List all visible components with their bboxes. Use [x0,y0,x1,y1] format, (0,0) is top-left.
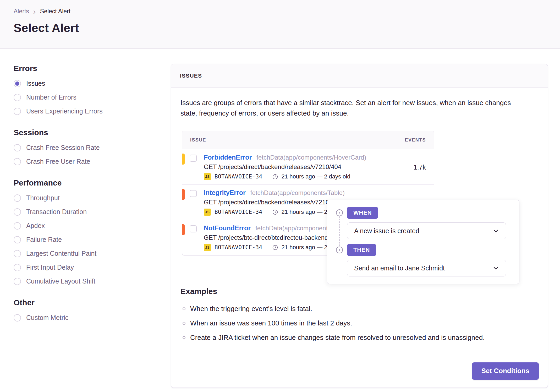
group-title-other: Other [14,298,171,307]
clock-icon [272,174,278,179]
panel-header-issues: ISSUES [171,64,548,88]
radio-label: First Input Delay [26,264,74,271]
radio-label: Cumulative Layout Shift [26,277,95,285]
issue-checkbox[interactable] [190,190,197,197]
group-title-errors: Errors [14,64,171,73]
column-header-events: EVENTS [405,137,426,143]
issue-project-slug: BOTANAVOICE-34 [215,173,262,180]
radio-icon [14,264,21,271]
issue-project-slug: BOTANAVOICE-34 [215,209,262,215]
example-item: Create a JIRA ticket when an issue chang… [183,334,538,342]
radio-label: Largest Contentful Paint [26,250,96,257]
issue-culprit: fetchData(app/components/HoverCard) [256,154,366,161]
example-text: When the triggering event's level is fat… [190,305,312,313]
issue-level-bar [182,224,185,235]
issues-table-header: ISSUE EVENTS [182,131,434,149]
bullet-icon [183,336,185,339]
radio-label: Issues [26,80,45,87]
radio-icon [14,144,21,151]
example-item: When an issue was seen 100 times in the … [183,319,538,327]
breadcrumb-alerts-link[interactable]: Alerts [14,8,29,15]
group-title-sessions: Sessions [14,128,171,137]
examples-title: Examples [180,287,538,296]
when-badge: WHEN [347,207,378,219]
radio-label: Custom Metric [26,314,68,322]
radio-option-number-of-errors[interactable]: Number of Errors [14,94,171,101]
when-condition-value: A new issue is created [354,227,419,235]
issue-request: GET /projects/direct/backend/releases/v7… [204,163,426,171]
page-header: Alerts › Select Alert Select Alert [0,0,560,49]
radio-icon [14,250,21,257]
radio-option-issues[interactable]: Issues [14,80,171,87]
issue-age: 21 hours ago — 2 days old [282,173,350,180]
set-conditions-button[interactable]: Set Conditions [472,362,539,380]
issue-checkbox[interactable] [190,225,197,232]
examples-list: When the triggering event's level is fat… [180,305,538,342]
radio-option-cumulative-layout-shift[interactable]: Cumulative Layout Shift [14,277,171,285]
then-action-value: Send an email to Jane Schmidt [354,264,445,272]
radio-label: Crash Free User Rate [26,158,90,165]
radio-option-crash-free-session-rate[interactable]: Crash Free Session Rate [14,144,171,151]
clock-icon [272,245,278,250]
radio-option-users-experiencing-errors[interactable]: Users Experiencing Errors [14,107,171,115]
issues-panel: ISSUES Issues are groups of errors that … [171,64,548,388]
page-title: Select Alert [14,21,560,35]
clock-icon [272,209,278,215]
issues-description: Issues are groups of errors that have a … [180,97,529,119]
when-step: WHEN [336,207,506,219]
issue-row-forbiddenerror: ForbiddenError fetchData(app/components/… [182,149,434,185]
issue-title-link[interactable]: IntegrityError [204,189,246,197]
issue-culprit: fetchData(app/components [255,225,331,232]
radio-icon [14,314,21,322]
then-badge: THEN [347,244,376,256]
chevron-right-icon: › [33,9,36,14]
circled-chevron-right-icon [336,209,343,216]
radio-option-crash-free-user-rate[interactable]: Crash Free User Rate [14,158,171,165]
radio-option-apdex[interactable]: Apdex [14,222,171,230]
issue-checkbox[interactable] [190,155,197,162]
bullet-icon [183,322,185,325]
issue-level-bar [182,189,185,200]
issue-level-bar [182,154,185,165]
radio-option-failure-rate[interactable]: Failure Rate [14,236,171,243]
issue-culprit: fetchData(app/components/Table) [250,189,345,197]
group-sessions: Sessions Crash Free Session Rate Crash F… [14,128,171,165]
radio-label: Throughput [26,194,60,202]
issue-project-slug: BOTANAVOICE-34 [215,244,262,251]
radio-label: Apdex [26,222,45,230]
radio-option-first-input-delay[interactable]: First Input Delay [14,264,171,271]
issue-title-link[interactable]: ForbiddenError [204,154,252,161]
group-other: Other Custom Metric [14,298,171,322]
radio-icon [14,278,21,285]
breadcrumb-current: Select Alert [40,8,70,15]
radio-selected-icon [14,80,21,87]
radio-icon [14,236,21,243]
example-text: Create a JIRA ticket when an issue chang… [190,334,485,342]
step-connector-line [339,216,340,246]
javascript-platform-icon: JS [204,244,211,251]
panel-footer: Set Conditions [171,355,548,388]
radio-icon [14,108,21,115]
radio-label: Users Experiencing Errors [26,107,103,115]
issue-meta: JS BOTANAVOICE-34 21 hours ago — 2 days … [204,173,426,180]
alert-conditions-popover: WHEN A new issue is created THEN Send an… [327,200,519,284]
circled-chevron-right-icon [336,247,343,253]
radio-option-throughput[interactable]: Throughput [14,194,171,202]
radio-label: Crash Free Session Rate [26,144,100,151]
radio-label: Number of Errors [26,94,76,101]
then-action-select[interactable]: Send an email to Jane Schmidt [347,260,506,276]
radio-icon [14,158,21,165]
issue-title-link[interactable]: NotFoundError [204,224,251,232]
group-title-performance: Performance [14,178,171,187]
radio-label: Failure Rate [26,236,62,243]
chevron-down-icon [493,265,499,271]
bullet-icon [183,307,185,310]
radio-option-transaction-duration[interactable]: Transaction Duration [14,208,171,216]
radio-option-custom-metric[interactable]: Custom Metric [14,314,171,322]
chevron-down-icon [493,228,499,234]
when-condition-select[interactable]: A new issue is created [347,222,506,239]
example-item: When the triggering event's level is fat… [183,305,538,313]
radio-label: Transaction Duration [26,208,87,216]
radio-icon [14,222,21,230]
radio-option-largest-contentful-paint[interactable]: Largest Contentful Paint [14,250,171,257]
